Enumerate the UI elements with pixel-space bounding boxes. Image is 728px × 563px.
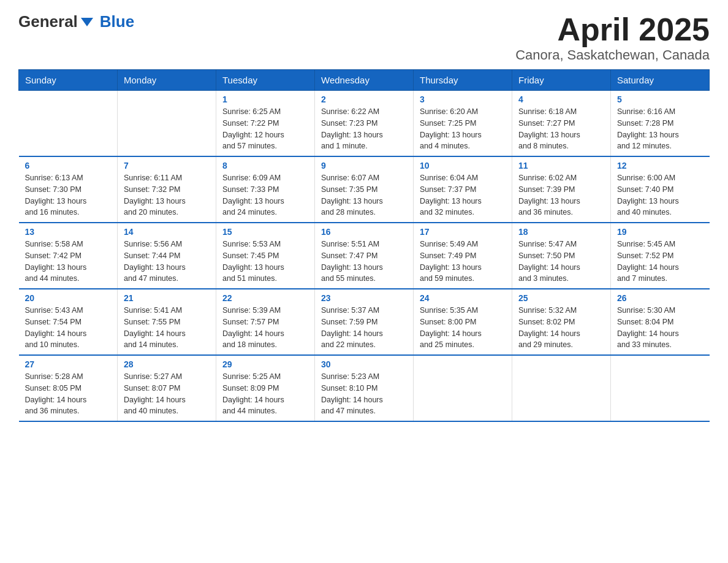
day-number: 24 [420, 293, 506, 303]
day-info: Sunrise: 6:02 AM Sunset: 7:39 PM Dayligh… [518, 172, 604, 218]
day-number: 6 [25, 161, 112, 170]
calendar-cell: 25Sunrise: 5:32 AM Sunset: 8:02 PM Dayli… [512, 289, 611, 355]
calendar-cell: 9Sunrise: 6:07 AM Sunset: 7:35 PM Daylig… [315, 156, 414, 223]
header-thursday: Thursday [414, 70, 512, 91]
header-wednesday: Wednesday [315, 70, 414, 91]
day-number: 5 [617, 94, 703, 104]
calendar-cell: 2Sunrise: 6:22 AM Sunset: 7:23 PM Daylig… [315, 91, 414, 157]
week-row-1: 1Sunrise: 6:25 AM Sunset: 7:22 PM Daylig… [19, 91, 710, 157]
day-number: 27 [25, 359, 112, 369]
day-info: Sunrise: 6:13 AM Sunset: 7:30 PM Dayligh… [25, 172, 112, 218]
calendar-cell: 4Sunrise: 6:18 AM Sunset: 7:27 PM Daylig… [512, 91, 611, 157]
day-number: 2 [321, 94, 407, 104]
calendar-cell: 14Sunrise: 5:56 AM Sunset: 7:44 PM Dayli… [118, 223, 216, 289]
calendar-cell: 13Sunrise: 5:58 AM Sunset: 7:42 PM Dayli… [19, 223, 118, 289]
day-number: 19 [617, 227, 703, 237]
day-number: 1 [222, 94, 308, 104]
day-number: 3 [420, 94, 506, 104]
calendar-cell: 23Sunrise: 5:37 AM Sunset: 7:59 PM Dayli… [315, 289, 414, 355]
svg-marker-0 [81, 18, 93, 26]
day-info: Sunrise: 5:47 AM Sunset: 7:50 PM Dayligh… [518, 239, 604, 285]
day-info: Sunrise: 6:18 AM Sunset: 7:27 PM Dayligh… [518, 106, 604, 152]
day-info: Sunrise: 5:49 AM Sunset: 7:49 PM Dayligh… [420, 239, 506, 285]
logo-icon [78, 13, 96, 31]
day-info: Sunrise: 5:58 AM Sunset: 7:42 PM Dayligh… [25, 239, 112, 285]
header-friday: Friday [512, 70, 611, 91]
calendar-cell: 7Sunrise: 6:11 AM Sunset: 7:32 PM Daylig… [118, 156, 216, 223]
day-info: Sunrise: 6:11 AM Sunset: 7:32 PM Dayligh… [124, 172, 210, 218]
page-header: General Blue April 2025 Canora, Saskatch… [18, 12, 710, 63]
header-tuesday: Tuesday [216, 70, 315, 91]
calendar-cell: 10Sunrise: 6:04 AM Sunset: 7:37 PM Dayli… [414, 156, 512, 223]
day-number: 7 [124, 161, 210, 170]
calendar-cell: 11Sunrise: 6:02 AM Sunset: 7:39 PM Dayli… [512, 156, 611, 223]
day-number: 16 [321, 227, 407, 237]
calendar-cell: 26Sunrise: 5:30 AM Sunset: 8:04 PM Dayli… [611, 289, 710, 355]
day-number: 21 [124, 293, 210, 303]
calendar-cell: 3Sunrise: 6:20 AM Sunset: 7:25 PM Daylig… [414, 91, 512, 157]
calendar-cell: 24Sunrise: 5:35 AM Sunset: 8:00 PM Dayli… [414, 289, 512, 355]
day-info: Sunrise: 5:27 AM Sunset: 8:07 PM Dayligh… [124, 371, 210, 417]
day-number: 14 [124, 227, 210, 237]
day-info: Sunrise: 5:23 AM Sunset: 8:10 PM Dayligh… [321, 371, 407, 417]
day-info: Sunrise: 5:51 AM Sunset: 7:47 PM Dayligh… [321, 239, 407, 285]
page-subtitle: Canora, Saskatchewan, Canada [515, 47, 710, 63]
day-number: 20 [25, 293, 112, 303]
calendar-cell: 28Sunrise: 5:27 AM Sunset: 8:07 PM Dayli… [118, 355, 216, 421]
logo-blue: Blue [100, 12, 134, 31]
day-info: Sunrise: 6:22 AM Sunset: 7:23 PM Dayligh… [321, 106, 407, 152]
day-info: Sunrise: 6:07 AM Sunset: 7:35 PM Dayligh… [321, 172, 407, 218]
day-info: Sunrise: 5:39 AM Sunset: 7:57 PM Dayligh… [222, 305, 308, 351]
calendar-cell: 19Sunrise: 5:45 AM Sunset: 7:52 PM Dayli… [611, 223, 710, 289]
day-number: 12 [617, 161, 703, 170]
day-number: 10 [420, 161, 506, 170]
day-info: Sunrise: 5:56 AM Sunset: 7:44 PM Dayligh… [124, 239, 210, 285]
calendar-cell [118, 91, 216, 157]
day-number: 13 [25, 227, 112, 237]
day-info: Sunrise: 5:53 AM Sunset: 7:45 PM Dayligh… [222, 239, 308, 285]
calendar-cell: 21Sunrise: 5:41 AM Sunset: 7:55 PM Dayli… [118, 289, 216, 355]
day-number: 8 [222, 161, 308, 170]
page-title: April 2025 [515, 12, 710, 47]
day-number: 30 [321, 359, 407, 369]
week-row-3: 13Sunrise: 5:58 AM Sunset: 7:42 PM Dayli… [19, 223, 710, 289]
day-number: 25 [518, 293, 604, 303]
header-sunday: Sunday [19, 70, 118, 91]
header-monday: Monday [118, 70, 216, 91]
calendar-cell: 16Sunrise: 5:51 AM Sunset: 7:47 PM Dayli… [315, 223, 414, 289]
day-info: Sunrise: 6:16 AM Sunset: 7:28 PM Dayligh… [617, 106, 703, 152]
calendar-header-row: SundayMondayTuesdayWednesdayThursdayFrid… [19, 70, 710, 91]
calendar-cell: 8Sunrise: 6:09 AM Sunset: 7:33 PM Daylig… [216, 156, 315, 223]
day-number: 15 [222, 227, 308, 237]
calendar-table: SundayMondayTuesdayWednesdayThursdayFrid… [18, 69, 710, 422]
calendar-cell: 20Sunrise: 5:43 AM Sunset: 7:54 PM Dayli… [19, 289, 118, 355]
calendar-cell: 18Sunrise: 5:47 AM Sunset: 7:50 PM Dayli… [512, 223, 611, 289]
calendar-cell: 1Sunrise: 6:25 AM Sunset: 7:22 PM Daylig… [216, 91, 315, 157]
calendar-cell: 22Sunrise: 5:39 AM Sunset: 7:57 PM Dayli… [216, 289, 315, 355]
logo: General Blue [18, 12, 134, 31]
day-info: Sunrise: 5:32 AM Sunset: 8:02 PM Dayligh… [518, 305, 604, 351]
day-info: Sunrise: 6:04 AM Sunset: 7:37 PM Dayligh… [420, 172, 506, 218]
day-info: Sunrise: 5:35 AM Sunset: 8:00 PM Dayligh… [420, 305, 506, 351]
day-info: Sunrise: 5:25 AM Sunset: 8:09 PM Dayligh… [222, 371, 308, 417]
calendar-cell [414, 355, 512, 421]
calendar-cell: 17Sunrise: 5:49 AM Sunset: 7:49 PM Dayli… [414, 223, 512, 289]
week-row-5: 27Sunrise: 5:28 AM Sunset: 8:05 PM Dayli… [19, 355, 710, 421]
day-info: Sunrise: 5:30 AM Sunset: 8:04 PM Dayligh… [617, 305, 703, 351]
calendar-cell: 29Sunrise: 5:25 AM Sunset: 8:09 PM Dayli… [216, 355, 315, 421]
header-saturday: Saturday [611, 70, 710, 91]
day-number: 18 [518, 227, 604, 237]
day-info: Sunrise: 6:00 AM Sunset: 7:40 PM Dayligh… [617, 172, 703, 218]
day-number: 23 [321, 293, 407, 303]
calendar-cell: 12Sunrise: 6:00 AM Sunset: 7:40 PM Dayli… [611, 156, 710, 223]
calendar-cell: 6Sunrise: 6:13 AM Sunset: 7:30 PM Daylig… [19, 156, 118, 223]
calendar-cell [19, 91, 118, 157]
week-row-4: 20Sunrise: 5:43 AM Sunset: 7:54 PM Dayli… [19, 289, 710, 355]
day-info: Sunrise: 6:09 AM Sunset: 7:33 PM Dayligh… [222, 172, 308, 218]
title-block: April 2025 Canora, Saskatchewan, Canada [515, 12, 710, 63]
day-info: Sunrise: 6:25 AM Sunset: 7:22 PM Dayligh… [222, 106, 308, 152]
day-number: 11 [518, 161, 604, 170]
logo-general: General [18, 12, 78, 31]
calendar-cell [611, 355, 710, 421]
day-info: Sunrise: 5:28 AM Sunset: 8:05 PM Dayligh… [25, 371, 112, 417]
